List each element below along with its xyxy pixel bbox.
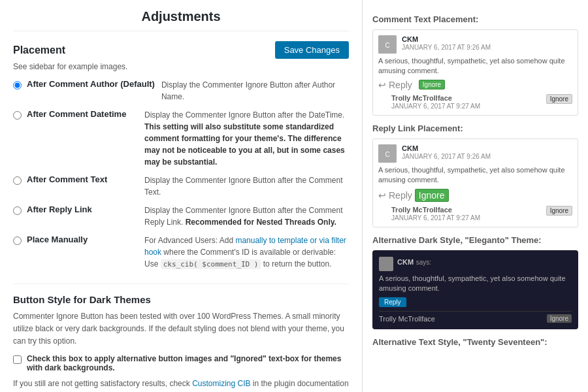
radio-after-datetime-desc: Display the Commenter Ignore Button afte…	[144, 109, 349, 168]
comment-box-2: C CKM JANUARY 6, 2017 AT 9:26 AM A serio…	[372, 139, 578, 227]
save-button-top[interactable]: Save Changes	[275, 41, 349, 59]
dark-themes-title: Button Style for Dark Themes	[13, 294, 349, 305]
ignore-btn-1[interactable]: Ignore	[419, 80, 445, 90]
avatar-ckm-2: C	[378, 144, 397, 163]
radio-after-reply-desc: Display the Commenter Ignore Button afte…	[144, 204, 349, 228]
dark-theme-preview: CKM says: A serious, thoughtful, sympath…	[372, 250, 578, 330]
radio-after-datetime-input[interactable]	[13, 111, 22, 120]
avatar-ckm-1: C	[378, 35, 397, 54]
ignore-btn-nested-2[interactable]: Ignore	[546, 206, 572, 216]
svg-text:C: C	[385, 151, 389, 158]
dark-comment-text: A serious, thoughtful, sympathetic, yet …	[379, 274, 572, 294]
nested-date-1: JANUARY 6, 2017 AT 9:27 AM	[391, 103, 480, 110]
ignore-btn-2[interactable]: Ignore	[415, 189, 449, 202]
radio-after-text: After Comment Text Display the Commenter…	[13, 174, 349, 198]
reply-link-placement-title: Reply Link Placement:	[372, 123, 578, 133]
main-panel: Adjustments Placement Save Changes See s…	[0, 0, 363, 392]
radio-after-text-input[interactable]	[13, 176, 22, 185]
sidebar-panel: Comment Text Placement: C CKM JANUARY 6,…	[363, 0, 588, 392]
nested-comment-2: Trolly McTrollface JANUARY 6, 2017 AT 9:…	[391, 206, 572, 221]
radio-after-author-desc: Display the Commenter Ignore Button afte…	[161, 79, 349, 103]
dark-themes-checkbox-row: Check this box to apply alternative butt…	[13, 354, 349, 372]
dark-themes-checkbox-label: Check this box to apply alternative butt…	[27, 354, 349, 372]
nested-author-2: Trolly McTrollface	[391, 206, 452, 214]
comment-box-1: C CKM JANUARY 6, 2017 AT 9:26 AM A serio…	[372, 29, 578, 116]
dark-themes-checkbox[interactable]	[13, 355, 22, 364]
radio-after-datetime: After Comment Datetime Display the Comme…	[13, 109, 349, 168]
dark-nested-author: Trolly McTrollface	[379, 315, 435, 323]
nested-author-1: Trolly McTrollface	[391, 94, 452, 102]
radio-after-text-label: After Comment Text	[27, 174, 138, 184]
radio-manually: Place Manually For Advanced Users: Add m…	[13, 235, 349, 270]
radio-manually-input[interactable]	[13, 237, 22, 245]
dark-ignore-btn[interactable]: Ignore	[547, 314, 572, 323]
comment-author-2: CKM	[402, 144, 491, 152]
svg-text:C: C	[385, 42, 389, 49]
sidebar-note: See sidebar for example images.	[13, 62, 349, 71]
comment-author-1: CKM	[402, 35, 491, 43]
dark-avatar-1	[379, 257, 393, 271]
comment-text-2: A serious, thoughtful, sympathetic, yet …	[378, 165, 572, 186]
alt-dark-title: Alternative Dark Style, "Eleganto" Theme…	[372, 235, 578, 245]
customizing-cib-link[interactable]: Customizing CIB	[192, 379, 250, 388]
nested-comment-1: Trolly McTrollface JANUARY 6, 2017 AT 9:…	[391, 94, 572, 110]
radio-manually-desc: For Advanced Users: Add manually to temp…	[144, 235, 349, 270]
dark-reply-btn[interactable]: Reply	[379, 297, 406, 307]
comment-text-placement-title: Comment Text Placement:	[372, 14, 578, 24]
radio-after-author-input[interactable]	[13, 81, 22, 90]
dark-nested: Trolly McTrollface Ignore	[379, 311, 572, 323]
radio-after-author: After Comment Author (Default) Display t…	[13, 79, 349, 103]
radio-after-reply: After Reply Link Display the Commenter I…	[13, 204, 349, 228]
comment-text-1: A serious, thoughtful, sympathetic, yet …	[378, 56, 572, 76]
manually-link[interactable]: manually to template or via filter hook	[144, 236, 346, 257]
page-title: Adjustments	[13, 0, 349, 31]
reply-label-2: Reply	[389, 190, 412, 201]
divider-1	[13, 284, 349, 284]
dark-says-1: says:	[416, 259, 431, 266]
placement-section: Placement Save Changes See sidebar for e…	[13, 41, 349, 270]
radio-after-reply-input[interactable]	[13, 206, 22, 215]
ignore-btn-nested-1[interactable]: Ignore	[546, 94, 572, 104]
radio-after-author-label: After Comment Author (Default)	[27, 79, 155, 89]
comment-date-2: JANUARY 6, 2017 AT 9:26 AM	[402, 153, 491, 160]
reply-link-1[interactable]: ↩ Reply	[378, 80, 412, 90]
alt-text-title: Alternative Text Style, "Twenty Seventee…	[372, 337, 578, 347]
reply-label-1: Reply	[389, 80, 412, 90]
reply-link-2[interactable]: ↩ Reply Ignore	[378, 189, 572, 202]
dark-themes-section: Button Style for Dark Themes Commenter I…	[13, 294, 349, 393]
dark-themes-body: Commenter Ignore Button has been tested …	[13, 310, 349, 348]
comment-date-1: JANUARY 6, 2017 AT 9:26 AM	[402, 44, 491, 51]
radio-after-reply-label: After Reply Link	[27, 204, 138, 214]
radio-after-datetime-label: After Comment Datetime	[27, 109, 138, 119]
radio-after-text-desc: Display the Commenter Ignore Button afte…	[144, 174, 349, 198]
nested-date-2: JANUARY 6, 2017 AT 9:27 AM	[391, 214, 480, 221]
dark-themes-followup: If you still are not getting satisfactor…	[13, 378, 349, 392]
radio-manually-label: Place Manually	[27, 235, 138, 244]
dark-author-1: CKM	[397, 258, 414, 266]
placement-title: Placement	[13, 44, 65, 56]
